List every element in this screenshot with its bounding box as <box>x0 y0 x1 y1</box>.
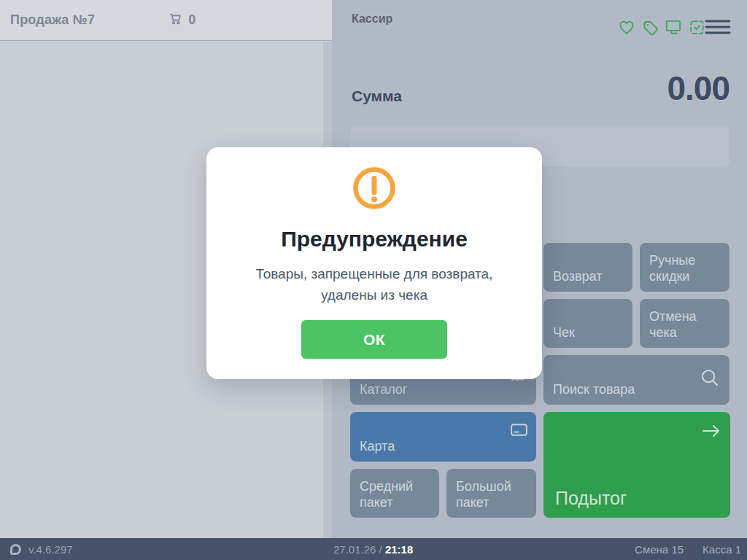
button-label: Подытог <box>555 487 627 510</box>
heart-icon[interactable] <box>617 18 636 36</box>
button-label: Ручные скидки <box>649 253 720 285</box>
status-datetime: 27.01.26 / 21:18 <box>333 543 413 556</box>
manual-discounts-button[interactable]: Ручные скидки <box>640 243 729 292</box>
card-button[interactable]: Карта <box>350 412 536 462</box>
sum-value: 0.00 <box>667 69 729 108</box>
button-label: Большой пакет <box>456 479 527 511</box>
dialog-title: Предупреждение <box>206 227 542 252</box>
register-label: Касса 1 <box>703 543 741 556</box>
shift-label: Смена 15 <box>635 543 684 556</box>
button-label: Возврат <box>553 269 603 285</box>
status-bar: v.4.6.297 27.01.26 / 21:18 Смена 15 Касс… <box>0 538 747 560</box>
menu-icon[interactable] <box>705 18 731 36</box>
return-button[interactable]: Возврат <box>543 243 632 292</box>
dialog-message-line: Товары, запрещенные для возврата, <box>206 263 542 284</box>
search-product-button[interactable]: Поиск товара <box>543 355 729 405</box>
arrow-right-icon <box>700 422 722 445</box>
status-date: 27.01.26 <box>333 543 376 556</box>
subtotal-button[interactable]: Подытог <box>543 412 730 518</box>
status-separator: / <box>379 543 382 556</box>
cart-counter: 0 <box>168 11 196 30</box>
scan-icon[interactable] <box>687 18 706 36</box>
card-icon <box>509 420 529 444</box>
top-toolbar <box>617 18 706 36</box>
large-bag-button[interactable]: Большой пакет <box>446 469 536 518</box>
sale-title: Продажа №7 <box>10 12 95 28</box>
cashier-label: Кассир <box>352 12 392 26</box>
ok-button[interactable]: ОК <box>301 320 447 359</box>
status-time: 21:18 <box>385 543 413 556</box>
dialog-message: Товары, запрещенные для возврата, удален… <box>206 263 542 306</box>
cancel-receipt-button[interactable]: Отмена чека <box>640 299 729 348</box>
warning-dialog: Предупреждение Товары, запрещенные для в… <box>206 147 542 379</box>
pos-app: Продажа №7 0 Кассир <box>0 0 747 560</box>
sum-label: Сумма <box>352 88 402 105</box>
status-left: v.4.6.297 <box>0 543 73 556</box>
dialog-message-line: удалены из чека <box>206 284 542 306</box>
logo-icon <box>10 544 21 555</box>
search-icon <box>699 367 721 393</box>
button-label: Карта <box>360 439 395 455</box>
status-right: Смена 15 Касса 1 <box>635 543 741 556</box>
tag-icon[interactable] <box>640 18 659 36</box>
app-version: v.4.6.297 <box>28 543 73 556</box>
receipt-button[interactable]: Чек <box>543 299 632 348</box>
cart-count: 0 <box>188 12 196 28</box>
button-label: Чек <box>553 325 575 341</box>
button-label: Поиск товара <box>553 382 635 398</box>
button-label: Отмена чека <box>649 309 720 341</box>
button-label: Каталог <box>360 382 407 398</box>
medium-bag-button[interactable]: Средний пакет <box>350 469 439 518</box>
button-label: Средний пакет <box>360 479 430 511</box>
cart-icon <box>168 11 184 30</box>
display-icon[interactable] <box>664 18 683 36</box>
sale-header: Продажа №7 0 <box>0 0 332 41</box>
warning-icon <box>351 165 398 211</box>
